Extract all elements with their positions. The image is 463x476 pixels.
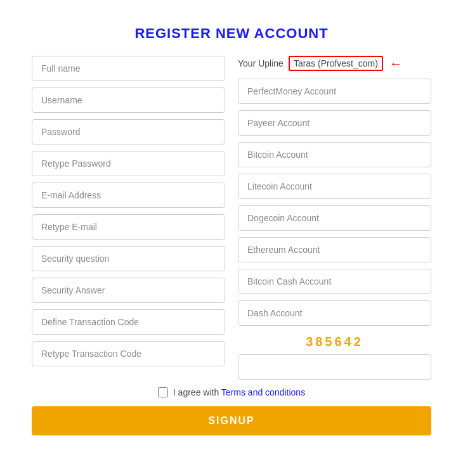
- signup-button[interactable]: SIGNUP: [32, 406, 431, 435]
- bitcoin-cash-input[interactable]: [238, 269, 431, 294]
- security-question-input[interactable]: [32, 246, 225, 271]
- form-grid: Your Upline Taras (Profvest_com) ← 38564…: [32, 56, 431, 380]
- fullname-input[interactable]: [32, 56, 225, 81]
- arrow-icon: ←: [389, 56, 402, 71]
- page-title: REGISTER NEW ACCOUNT: [32, 25, 431, 42]
- upline-label: Your Upline: [238, 58, 284, 68]
- litecoin-input[interactable]: [238, 174, 431, 199]
- password-input[interactable]: [32, 119, 225, 145]
- captcha-number: 385642: [238, 335, 431, 349]
- upline-row: Your Upline Taras (Profvest_com) ←: [238, 56, 431, 71]
- security-answer-input[interactable]: [32, 278, 225, 303]
- transaction-code-input[interactable]: [32, 309, 225, 335]
- terms-link[interactable]: Terms and conditions: [221, 387, 305, 397]
- agree-label: I agree with Terms and conditions: [173, 387, 305, 397]
- agree-checkbox[interactable]: [158, 387, 168, 397]
- retype-email-input[interactable]: [32, 214, 225, 240]
- perfectmoney-input[interactable]: [238, 79, 431, 104]
- agree-row: I agree with Terms and conditions: [32, 387, 431, 397]
- username-input[interactable]: [32, 87, 225, 113]
- bitcoin-input[interactable]: [238, 142, 431, 167]
- ethereum-input[interactable]: [238, 237, 431, 262]
- left-column: [32, 56, 225, 380]
- dogecoin-input[interactable]: [238, 205, 431, 231]
- upline-value: Taras (Profvest_com): [289, 56, 383, 71]
- retype-password-input[interactable]: [32, 151, 225, 176]
- right-column: Your Upline Taras (Profvest_com) ← 38564…: [238, 56, 431, 380]
- payeer-input[interactable]: [238, 110, 431, 136]
- bottom-section: I agree with Terms and conditions SIGNUP: [32, 387, 431, 435]
- dash-input[interactable]: [238, 300, 431, 326]
- captcha-input[interactable]: [238, 354, 431, 380]
- email-input[interactable]: [32, 183, 225, 208]
- retype-transaction-code-input[interactable]: [32, 341, 225, 366]
- register-container: REGISTER NEW ACCOUNT Your Upline Taras (…: [13, 13, 450, 454]
- captcha-section: 385642: [238, 332, 431, 380]
